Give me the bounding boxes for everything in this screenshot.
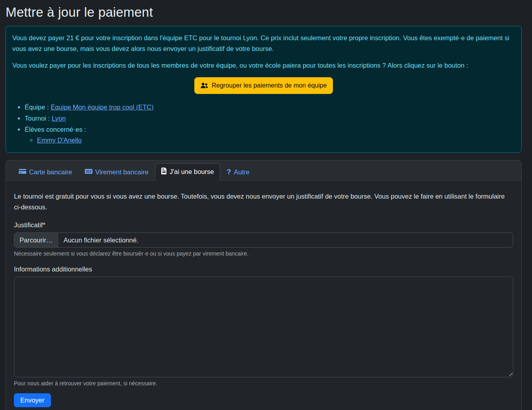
additional-info-label: Informations additionnelles <box>14 266 513 273</box>
tab-label: Carte bancaire <box>29 168 72 176</box>
alert-paragraph-2: Vous voulez payer pour les inscriptions … <box>12 60 515 71</box>
tab-label: Autre <box>234 168 249 176</box>
students-list-item: Élèves concerné·es : Emmy D'Anello <box>25 124 515 146</box>
payment-info-alert: Vous devez payer 21 € pour votre inscrip… <box>6 26 522 153</box>
page-container: Mettre à jour le paiement Vous devez pay… <box>6 0 522 410</box>
file-invoice-icon <box>161 168 167 176</box>
money-check-icon <box>85 168 92 176</box>
team-label: Équipe : <box>25 103 49 111</box>
justificatif-help-text: Nécessaire seulement si vous déclarez êt… <box>14 250 513 257</box>
tab-jai-une-bourse[interactable]: J'ai une bourse <box>155 163 220 181</box>
tournament-label: Tournoi : <box>25 115 50 122</box>
group-payments-button[interactable]: Regrouper les paiements de mon équipe <box>194 77 332 94</box>
student-link[interactable]: Emmy D'Anello <box>37 137 82 144</box>
alert-paragraph-1: Vous devez payer 21 € pour votre inscrip… <box>12 33 515 54</box>
tab-virement-bancaire[interactable]: Virement bancaire <box>78 164 155 181</box>
team-link[interactable]: Équipe Mon équipe trop cool (ETC) <box>51 103 154 111</box>
additional-info-help-text: Pour nous aider à retrouver votre paieme… <box>14 380 513 387</box>
justificatif-label: Justificatif* <box>14 221 513 229</box>
payment-summary-list: Équipe : Équipe Mon équipe trop cool (ET… <box>12 102 515 146</box>
question-icon: ? <box>227 168 231 176</box>
file-browse-button[interactable]: Parcourir… <box>14 233 58 247</box>
page-title: Mettre à jour le paiement <box>6 5 522 20</box>
bourse-tab-panel: Le tournoi est gratuit pour vous si vous… <box>6 181 521 410</box>
team-list-item: Équipe : Équipe Mon équipe trop cool (ET… <box>25 102 515 113</box>
users-icon <box>200 82 208 89</box>
file-selected-text: Aucun fichier sélectionné. <box>58 233 143 247</box>
tab-autre[interactable]: ? Autre <box>220 164 256 181</box>
tab-carte-bancaire[interactable]: Carte bancaire <box>12 164 78 181</box>
group-payments-button-label: Regrouper les paiements de mon équipe <box>211 80 327 91</box>
tournament-link[interactable]: Lyon <box>52 115 66 122</box>
tab-label: Virement bancaire <box>95 168 149 176</box>
payment-methods-card: Carte bancaire Virement bancaire <box>6 160 522 410</box>
bourse-intro-text: Le tournoi est gratuit pour vous si vous… <box>14 191 513 213</box>
justificatif-file-input[interactable]: Parcourir… Aucun fichier sélectionné. <box>14 232 513 248</box>
tab-label: J'ai une bourse <box>170 168 214 176</box>
additional-info-wrap <box>14 277 513 377</box>
student-list-item: Emmy D'Anello <box>37 135 515 146</box>
students-label: Élèves concerné·es : <box>25 126 86 133</box>
submit-button[interactable]: Envoyer <box>14 393 51 407</box>
payment-tabs: Carte bancaire Virement bancaire <box>6 160 521 181</box>
tournament-list-item: Tournoi : Lyon <box>25 113 515 124</box>
additional-info-textarea[interactable] <box>14 277 513 377</box>
credit-card-icon <box>19 168 26 176</box>
group-payments-button-row: Regrouper les paiements de mon équipe <box>12 77 515 94</box>
students-sublist: Emmy D'Anello <box>25 135 515 146</box>
